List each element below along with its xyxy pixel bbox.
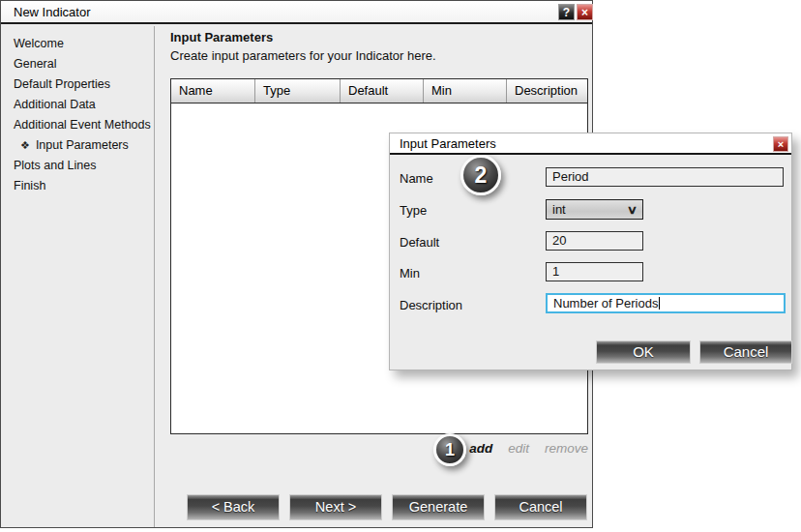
- wizard-steps-sidebar: Welcome General Default Properties Addit…: [2, 26, 155, 527]
- column-header-min[interactable]: Min: [424, 79, 507, 103]
- sidebar-item-input-parameters[interactable]: ❖Input Parameters: [2, 135, 154, 156]
- type-label: Type: [400, 203, 427, 218]
- text-cursor: [659, 297, 660, 310]
- next-button[interactable]: Next >: [289, 494, 382, 520]
- close-icon: ×: [581, 6, 588, 19]
- sidebar-item-additional-data[interactable]: Additional Data: [2, 95, 154, 115]
- add-link[interactable]: add: [469, 441, 492, 456]
- remove-link[interactable]: remove: [545, 441, 588, 456]
- page-subtitle: Create input parameters for your Indicat…: [170, 48, 436, 63]
- question-icon: ?: [563, 6, 570, 19]
- description-field[interactable]: Number of Periods: [546, 293, 786, 313]
- type-select-value: int: [552, 202, 566, 217]
- chevron-down-icon: ∨: [627, 203, 638, 217]
- sidebar-item-plots-and-lines[interactable]: Plots and Lines: [2, 156, 154, 176]
- description-field-value: Number of Periods: [553, 296, 658, 310]
- sidebar-item-finish[interactable]: Finish: [2, 176, 154, 196]
- window-titlebar: New Indicator ? ×: [1, 1, 592, 24]
- description-label: Description: [400, 298, 462, 312]
- back-button[interactable]: < Back: [187, 494, 280, 520]
- sidebar-item-additional-event-methods[interactable]: Additional Event Methods: [2, 115, 154, 135]
- sidebar-item-label: Input Parameters: [36, 138, 129, 152]
- callout-badge-1: 1: [433, 433, 466, 466]
- dialog-titlebar: Input Parameters ×: [390, 133, 791, 155]
- parameters-table-header: Name Type Default Min Description: [171, 79, 587, 103]
- screenshot-stage: New Indicator ? × Welcome General Defaul…: [0, 0, 801, 532]
- sidebar-item-welcome[interactable]: Welcome: [2, 34, 154, 54]
- dialog-cancel-button[interactable]: Cancel: [699, 340, 792, 364]
- list-actions: add edit remove: [170, 441, 588, 456]
- sidebar-item-default-properties[interactable]: Default Properties: [2, 74, 154, 95]
- type-select[interactable]: int ∨: [546, 199, 643, 220]
- current-step-icon: ❖: [20, 139, 30, 151]
- name-field[interactable]: Period: [546, 167, 784, 187]
- callout-badge-2: 2: [460, 155, 501, 195]
- window-title: New Indicator: [14, 1, 90, 23]
- ok-button[interactable]: OK: [596, 340, 691, 364]
- help-button[interactable]: ?: [558, 4, 575, 20]
- dialog-title: Input Parameters: [400, 133, 496, 154]
- min-field[interactable]: 1: [546, 262, 643, 281]
- min-label: Min: [400, 266, 420, 281]
- input-parameters-dialog: Input Parameters × Name Period Type int …: [389, 133, 792, 370]
- generate-button[interactable]: Generate: [392, 494, 485, 520]
- column-header-type[interactable]: Type: [255, 79, 341, 103]
- column-header-default[interactable]: Default: [341, 79, 424, 103]
- dialog-close-button[interactable]: ×: [773, 136, 788, 152]
- close-icon: ×: [778, 138, 784, 150]
- cancel-button[interactable]: Cancel: [494, 494, 587, 520]
- sidebar-item-general[interactable]: General: [2, 54, 154, 74]
- name-label: Name: [400, 171, 433, 186]
- window-close-button[interactable]: ×: [577, 4, 593, 20]
- default-label: Default: [400, 235, 439, 250]
- edit-link[interactable]: edit: [508, 441, 529, 456]
- column-header-name[interactable]: Name: [171, 79, 255, 103]
- column-header-description[interactable]: Description: [507, 79, 587, 103]
- default-field[interactable]: 20: [546, 231, 643, 251]
- page-title: Input Parameters: [170, 30, 273, 44]
